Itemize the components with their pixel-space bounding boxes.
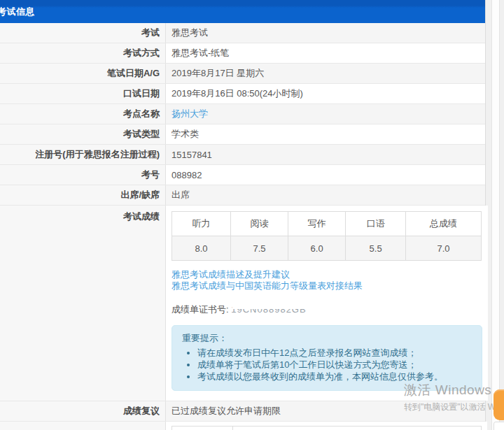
row-label-candidate-no: 考号 [0,165,166,185]
score-col-speaking: 口语 [346,212,406,236]
score-table-header-row: 听力 阅读 写作 口语 总成绩 [172,212,482,236]
score-table-value-row: 8.0 7.5 6.0 5.5 7.0 [172,236,482,261]
certificate-number-redacted: 19CN088982GB [231,304,306,315]
row-value-delivery-status: 寄送日期 2019-08-30 [166,422,487,430]
row-label-registration-no: 注册号(用于雅思报名注册过程) [0,145,166,164]
notice-item: 请在成绩发布日中午12点之后登录报名网站查询成绩； [197,347,472,359]
certificate-label: 成绩单证书号: [172,304,229,315]
score-col-overall: 总成绩 [406,212,482,236]
certificate-line: 成绩单证书号: 19CN088982GB [172,303,482,316]
score-listening: 8.0 [172,236,231,261]
row-value-exam: 雅思考试 [166,23,485,43]
row-label-oral-date: 口试日期 [0,84,166,103]
delivery-table: 寄送日期 2019-08-30 [172,426,482,430]
score-links: 雅思考试成绩描述及提升建议 雅思考试成绩与中国英语能力等级量表对接结果 [172,269,482,292]
row-value-test-centre: 扬州大学 [166,104,485,124]
table-row: 考试类型 学术类 [0,124,485,145]
table-row: 注册号(用于雅思报名注册过程) 15157841 [0,145,485,165]
row-label-delivery-status: 成绩单寄送状态 [0,422,166,430]
scrollbar[interactable] [491,0,500,430]
table-row: 笔试日期A/G 2019年8月17日 星期六 [0,64,485,84]
row-value-oral-date: 2019年8月16日 08:50(24小时制) [166,84,485,103]
page: 考试信息 考试 雅思考试 考试方式 雅思考试-纸笔 笔试日期A/G 2019年8… [0,0,504,430]
exam-info-panel: 考试信息 考试 雅思考试 考试方式 雅思考试-纸笔 笔试日期A/G 2019年8… [0,0,486,430]
table-row: 考试 雅思考试 [0,23,485,43]
score-table: 听力 阅读 写作 口语 总成绩 8.0 7.5 6.0 5.5 7.0 [172,211,482,261]
delivery-date-value: 2019-08-30 [233,427,482,430]
row-value-registration-no: 15157841 [166,145,485,164]
delivery-table-row: 寄送日期 2019-08-30 [172,427,482,430]
table-row: 口试日期 2019年8月16日 08:50(24小时制) [0,84,485,104]
panel-header: 考试信息 [0,0,485,23]
score-col-reading: 阅读 [231,212,288,236]
delivery-date-label: 寄送日期 [172,427,233,430]
notice-title: 重要提示： [182,332,472,345]
table-row: 考号 088982 [0,165,485,185]
cse-mapping-link[interactable]: 雅思考试成绩与中国英语能力等级量表对接结果 [172,280,482,292]
row-label-exam-type: 考试类型 [0,124,166,144]
score-description-link[interactable]: 雅思考试成绩描述及提升建议 [172,269,482,280]
row-label-scores: 考试成绩 [0,206,166,401]
score-col-writing: 写作 [288,212,346,236]
row-label-exam: 考试 [0,23,166,43]
table-row: 出席/缺席 出席 [0,185,485,206]
score-reading: 7.5 [231,236,288,261]
test-centre-link[interactable]: 扬州大学 [172,108,208,120]
row-value-remark: 已过成绩复议允许申请期限 [166,401,485,421]
row-label-attendance: 出席/缺席 [0,185,166,205]
notice-item: 成绩单将于笔试后第10个工作日以快递方式为您寄送； [197,359,472,371]
row-value-attendance: 出席 [166,185,485,205]
table-row: 成绩复议 已过成绩复议允许申请期限 [0,401,485,422]
row-value-written-date: 2019年8月17日 星期六 [166,64,485,83]
score-overall: 7.0 [406,236,482,261]
notice-item: 考试成绩以您最终收到的成绩单为准，本网站信息仅供参考。 [197,371,472,382]
important-notice-box: 重要提示： 请在成绩发布日中午12点之后登录报名网站查询成绩； 成绩单将于笔试后… [172,325,482,391]
score-speaking: 5.5 [346,236,406,261]
table-row: 考点名称 扬州大学 [0,104,485,124]
floating-widget-button[interactable] [493,389,504,420]
row-label-written-date: 笔试日期A/G [0,64,166,83]
row-value-exam-type: 学术类 [166,124,485,144]
table-row-delivery: 成绩单寄送状态 寄送日期 2019-08-30 [0,422,485,430]
row-label-test-centre: 考点名称 [0,104,166,124]
row-label-remark: 成绩复议 [0,401,166,421]
row-value-candidate-no: 088982 [166,165,485,185]
floating-widget-panel [493,422,504,430]
row-value-exam-mode: 雅思考试-纸笔 [166,43,485,63]
table-row-scores: 考试成绩 听力 阅读 写作 口语 总成绩 8.0 7.5 6.0 5.5 [0,206,485,401]
score-writing: 6.0 [288,236,346,261]
row-label-exam-mode: 考试方式 [0,43,166,63]
panel-title: 考试信息 [0,6,35,18]
score-col-listening: 听力 [172,212,231,236]
notice-list: 请在成绩发布日中午12点之后登录报名网站查询成绩； 成绩单将于笔试后第10个工作… [182,347,472,382]
row-value-scores: 听力 阅读 写作 口语 总成绩 8.0 7.5 6.0 5.5 7.0 [166,206,488,401]
table-row: 考试方式 雅思考试-纸笔 [0,43,485,64]
